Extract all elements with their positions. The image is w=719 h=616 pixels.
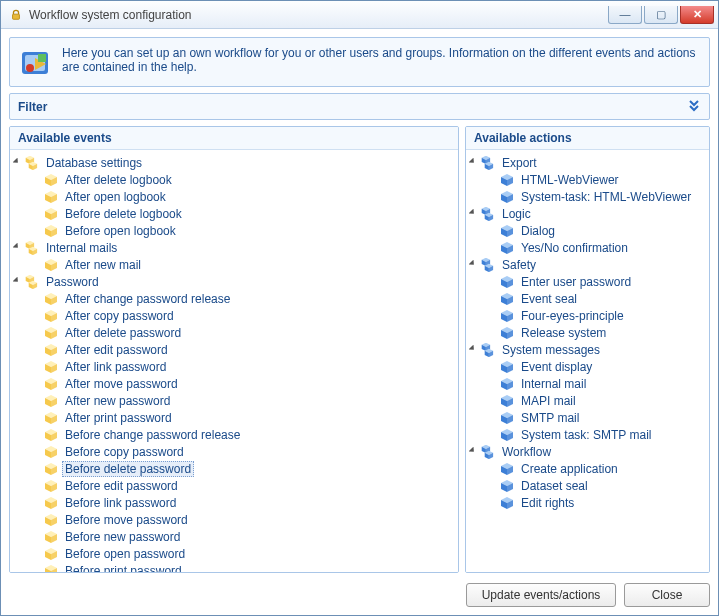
- tree-item[interactable]: SMTP mail: [468, 409, 707, 426]
- tree-item[interactable]: After open logbook: [12, 188, 456, 205]
- tree-item-label: After link password: [62, 360, 169, 374]
- tree-group-label: Logic: [499, 207, 534, 221]
- tree-item[interactable]: Edit rights: [468, 494, 707, 511]
- collapse-icon[interactable]: [12, 157, 23, 168]
- tree-item[interactable]: Enter user password: [468, 273, 707, 290]
- tree-item[interactable]: Before open password: [12, 545, 456, 562]
- cubes-icon: [481, 445, 495, 459]
- cubes-icon: [25, 156, 39, 170]
- tree-item[interactable]: System-task: HTML-WebViewer: [468, 188, 707, 205]
- cube-icon: [44, 445, 58, 459]
- cube-icon: [500, 394, 514, 408]
- cubes-icon: [25, 241, 39, 255]
- tree-group-row[interactable]: Password: [12, 273, 456, 290]
- cube-icon: [500, 309, 514, 323]
- tree-item[interactable]: Before move password: [12, 511, 456, 528]
- info-icon: [20, 46, 52, 78]
- tree-item[interactable]: After move password: [12, 375, 456, 392]
- tree-item[interactable]: Before delete logbook: [12, 205, 456, 222]
- tree-item[interactable]: Event seal: [468, 290, 707, 307]
- cube-icon: [44, 173, 58, 187]
- tree-item[interactable]: Before print password: [12, 562, 456, 572]
- tree-item-label: Edit rights: [518, 496, 577, 510]
- tree-item-label: Dialog: [518, 224, 558, 238]
- tree-group-row[interactable]: Export: [468, 154, 707, 171]
- cube-icon: [44, 394, 58, 408]
- tree-item[interactable]: After print password: [12, 409, 456, 426]
- cubes-icon: [481, 343, 495, 357]
- tree-item-label: After change password release: [62, 292, 233, 306]
- content-area: Here you can set up an own workflow for …: [1, 29, 718, 615]
- minimize-button[interactable]: —: [608, 6, 642, 24]
- tree-item[interactable]: After edit password: [12, 341, 456, 358]
- tree-item[interactable]: After new mail: [12, 256, 456, 273]
- cube-icon: [500, 326, 514, 340]
- titlebar[interactable]: Workflow system configuration — ▢ ✕: [1, 1, 718, 29]
- tree-item[interactable]: HTML-WebViewer: [468, 171, 707, 188]
- tree-group-row[interactable]: Database settings: [12, 154, 456, 171]
- tree-item[interactable]: Internal mail: [468, 375, 707, 392]
- cube-icon: [500, 275, 514, 289]
- cube-icon: [44, 360, 58, 374]
- tree-item[interactable]: After change password release: [12, 290, 456, 307]
- tree-item[interactable]: System task: SMTP mail: [468, 426, 707, 443]
- tree-item-label: Event display: [518, 360, 595, 374]
- tree-item[interactable]: MAPI mail: [468, 392, 707, 409]
- collapse-icon[interactable]: [468, 344, 479, 355]
- expand-filter-icon[interactable]: [687, 98, 701, 115]
- tree-group-row[interactable]: System messages: [468, 341, 707, 358]
- tree-item[interactable]: After link password: [12, 358, 456, 375]
- tree-item[interactable]: Before change password release: [12, 426, 456, 443]
- close-button[interactable]: Close: [624, 583, 710, 607]
- tree-group-label: System messages: [499, 343, 603, 357]
- collapse-icon[interactable]: [468, 208, 479, 219]
- tree-item-label: Before change password release: [62, 428, 243, 442]
- cube-icon: [44, 309, 58, 323]
- maximize-button[interactable]: ▢: [644, 6, 678, 24]
- tree-item-label: Internal mail: [518, 377, 589, 391]
- filter-bar[interactable]: Filter: [9, 93, 710, 120]
- tree-group-row[interactable]: Logic: [468, 205, 707, 222]
- tree-item[interactable]: Four-eyes-principle: [468, 307, 707, 324]
- cube-icon: [44, 530, 58, 544]
- tree-item[interactable]: Create application: [468, 460, 707, 477]
- update-button[interactable]: Update events/actions: [466, 583, 616, 607]
- tree-item-label: HTML-WebViewer: [518, 173, 622, 187]
- close-window-button[interactable]: ✕: [680, 6, 714, 24]
- tree-item[interactable]: Before delete password: [12, 460, 456, 477]
- tree-item[interactable]: After new password: [12, 392, 456, 409]
- tree-item-label: After print password: [62, 411, 175, 425]
- tree-item-label: System task: SMTP mail: [518, 428, 654, 442]
- cube-icon: [500, 479, 514, 493]
- collapse-icon[interactable]: [12, 276, 23, 287]
- actions-panel: Available actions ExportHTML-WebViewerSy…: [465, 126, 710, 573]
- tree-item[interactable]: Before copy password: [12, 443, 456, 460]
- tree-item-label: MAPI mail: [518, 394, 579, 408]
- tree-item[interactable]: After copy password: [12, 307, 456, 324]
- tree-item[interactable]: Before open logbook: [12, 222, 456, 239]
- collapse-icon[interactable]: [12, 242, 23, 253]
- tree-item[interactable]: Dataset seal: [468, 477, 707, 494]
- tree-item[interactable]: After delete password: [12, 324, 456, 341]
- cube-icon: [44, 564, 58, 573]
- tree-item[interactable]: Dialog: [468, 222, 707, 239]
- collapse-icon[interactable]: [468, 259, 479, 270]
- cubes-icon: [481, 258, 495, 272]
- collapse-icon[interactable]: [468, 157, 479, 168]
- tree-item[interactable]: Before new password: [12, 528, 456, 545]
- tree-item[interactable]: After delete logbook: [12, 171, 456, 188]
- events-tree[interactable]: Database settingsAfter delete logbookAft…: [10, 150, 458, 572]
- tree-group-row[interactable]: Workflow: [468, 443, 707, 460]
- tree-item-label: System-task: HTML-WebViewer: [518, 190, 694, 204]
- tree-item[interactable]: Before link password: [12, 494, 456, 511]
- tree-item[interactable]: Release system: [468, 324, 707, 341]
- tree-item[interactable]: Before edit password: [12, 477, 456, 494]
- cube-icon: [44, 462, 58, 476]
- tree-item[interactable]: Yes/No confirmation: [468, 239, 707, 256]
- tree-item[interactable]: Event display: [468, 358, 707, 375]
- collapse-icon[interactable]: [468, 446, 479, 457]
- tree-group-row[interactable]: Internal mails: [12, 239, 456, 256]
- tree-group-row[interactable]: Safety: [468, 256, 707, 273]
- actions-tree[interactable]: ExportHTML-WebViewerSystem-task: HTML-We…: [466, 150, 709, 572]
- cube-icon: [44, 207, 58, 221]
